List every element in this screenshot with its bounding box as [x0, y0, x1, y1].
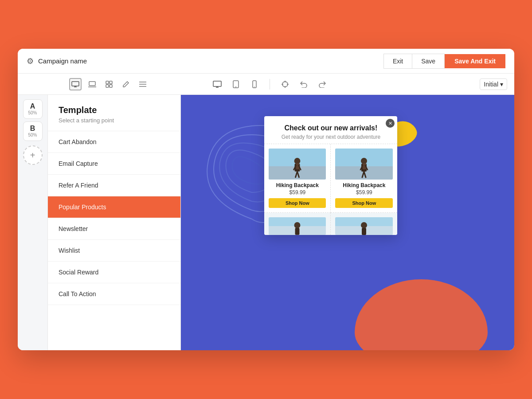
popup-subtitle: Get ready for your next outdoor adventur… [273, 134, 388, 140]
template-item-refer-a-friend[interactable]: Refer A Friend [48, 175, 180, 196]
close-icon: ✕ [388, 121, 392, 126]
pencil-icon[interactable] [120, 78, 132, 90]
save-and-exit-button[interactable]: Save And Exit [445, 54, 505, 68]
svg-point-37 [361, 158, 367, 164]
svg-rect-5 [106, 81, 109, 84]
template-panel: Template Select a starting point Cart Ab… [48, 95, 181, 350]
laptop-icon[interactable] [86, 78, 98, 90]
tablet-icon[interactable] [230, 78, 242, 90]
product-cell-partial-2 [331, 213, 397, 235]
product-image-2 [335, 149, 393, 180]
product-price-2: $59.99 [335, 189, 393, 196]
svg-point-16 [235, 86, 236, 87]
svg-rect-51 [362, 228, 366, 235]
svg-rect-0 [72, 82, 79, 86]
preview-area: ✕ Check out our new arrivals! Get ready … [181, 95, 514, 350]
header-actions: Exit Save Save And Exit [383, 54, 505, 69]
add-icon: + [30, 150, 35, 160]
variant-b-badge[interactable]: B 50% [23, 121, 43, 141]
shop-now-button-1[interactable]: Shop Now [269, 198, 326, 208]
toolbar-right: Initial ▾ [480, 78, 507, 90]
svg-point-18 [254, 86, 255, 87]
template-subtitle: Select a starting point [59, 117, 170, 124]
template-header: Template Select a starting point [48, 95, 180, 131]
svg-rect-6 [110, 81, 112, 84]
popup-products: Hiking Backpack $59.99 Shop Now [264, 144, 397, 235]
gear-icon: ⚙ [27, 56, 34, 66]
svg-rect-12 [213, 81, 221, 86]
template-item-wishlist[interactable]: Wishlist [48, 240, 180, 262]
save-button[interactable]: Save [412, 54, 445, 69]
deco-blob-orange [355, 279, 488, 350]
svg-rect-8 [110, 85, 112, 87]
toolbar-center [202, 78, 480, 90]
partial-image-2 [335, 217, 393, 235]
chevron-down-icon: ▾ [500, 81, 503, 88]
main-content: A 50% B 50% + Template Select a starting… [18, 95, 514, 350]
popup-header: Check out our new arrivals! Get ready fo… [264, 116, 397, 144]
variant-a-percent: 50% [28, 110, 37, 115]
svg-rect-7 [106, 85, 109, 87]
partial-image-1 [269, 217, 326, 235]
initial-label: Initial [484, 81, 498, 88]
template-item-cart-abandon[interactable]: Cart Abandon [48, 131, 180, 153]
header-left: ⚙ Campaign name [27, 56, 383, 66]
undo-icon[interactable] [297, 78, 310, 90]
template-item-popular-products[interactable]: Popular Products [48, 196, 180, 218]
grid-icon[interactable] [103, 78, 115, 90]
product-price-1: $59.99 [269, 189, 326, 196]
svg-rect-3 [89, 82, 95, 86]
add-variant-button[interactable]: + [23, 145, 43, 165]
monitor-icon[interactable] [211, 78, 223, 90]
crosshair-icon[interactable] [279, 78, 291, 90]
header: ⚙ Campaign name Exit Save Save And Exit [18, 49, 514, 74]
initial-dropdown[interactable]: Initial ▾ [480, 78, 507, 90]
template-item-newsletter[interactable]: Newsletter [48, 218, 180, 240]
svg-point-27 [294, 158, 301, 164]
product-cell-2: Hiking Backpack $59.99 Shop Now [331, 144, 397, 213]
product-name-2: Hiking Backpack [335, 182, 393, 188]
svg-point-46 [294, 222, 301, 228]
campaign-name: Campaign name [38, 57, 87, 65]
mobile-icon[interactable] [248, 78, 261, 90]
template-item-social-reward[interactable]: Social Reward [48, 262, 180, 283]
svg-rect-47 [295, 228, 300, 235]
divider [270, 79, 270, 90]
product-cell-partial-1 [264, 213, 331, 235]
toolbar-left [25, 78, 202, 90]
template-title: Template [59, 105, 170, 115]
redo-icon[interactable] [316, 78, 329, 90]
list-icon[interactable] [137, 78, 149, 90]
product-image-1 [269, 149, 326, 180]
close-button[interactable]: ✕ [386, 119, 395, 128]
variant-b-letter: B [30, 125, 35, 132]
app-window: ⚙ Campaign name Exit Save Save And Exit [18, 49, 514, 350]
toolbar: Initial ▾ [18, 74, 514, 95]
variant-a-badge[interactable]: A 50% [23, 99, 43, 119]
product-cell-1: Hiking Backpack $59.99 Shop Now [264, 144, 331, 213]
variant-b-percent: 50% [28, 133, 37, 137]
popup-title: Check out our new arrivals! [273, 124, 388, 132]
shop-now-button-2[interactable]: Shop Now [335, 198, 393, 208]
product-name-1: Hiking Backpack [269, 182, 326, 188]
template-item-email-capture[interactable]: Email Capture [48, 153, 180, 175]
left-sidebar: A 50% B 50% + [18, 95, 48, 350]
exit-button[interactable]: Exit [383, 54, 412, 69]
svg-point-50 [361, 222, 367, 228]
variant-a-letter: A [30, 103, 35, 110]
template-item-call-to-action[interactable]: Call To Action [48, 283, 180, 305]
popup-card: ✕ Check out our new arrivals! Get ready … [264, 116, 397, 235]
desktop-icon[interactable] [69, 78, 82, 90]
